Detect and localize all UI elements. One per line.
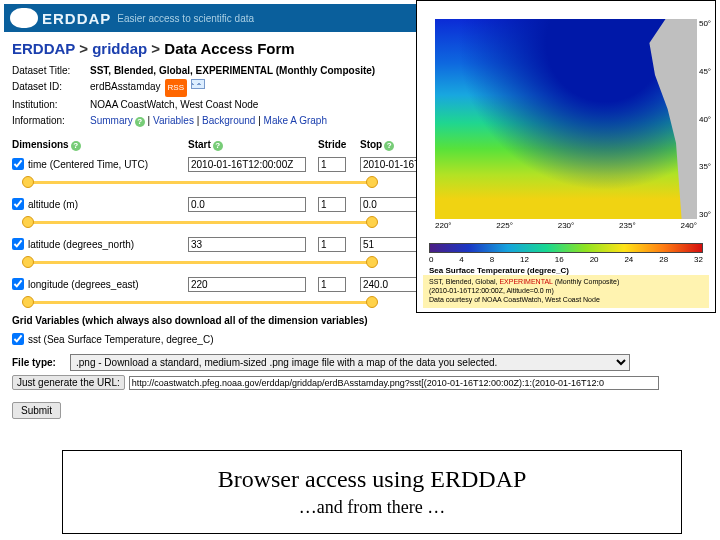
institution: NOAA CoastWatch, West Coast Node: [90, 97, 258, 113]
dim-altitude-slider[interactable]: [24, 217, 376, 227]
dim-longitude-checkbox[interactable]: [12, 278, 24, 290]
link-background[interactable]: Background: [202, 115, 255, 126]
dim-latitude-label: latitude (degrees_north): [28, 239, 134, 250]
sst-map: 50°45°40°35°30° 220°225°230°235°240°: [417, 1, 715, 237]
lat-axis: 50°45°40°35°30°: [697, 19, 713, 219]
col-dimensions: Dimensions: [12, 139, 69, 150]
dim-time-label: time (Centered Time, UTC): [28, 159, 148, 170]
dim-time-slider[interactable]: [24, 177, 376, 187]
gridvars-header: Grid Variables (which always also downlo…: [12, 315, 708, 326]
gridvar-sst-label: sst (Sea Surface Temperature, degree_C): [28, 334, 213, 345]
filetype-select[interactable]: .png - Download a standard, medium-sized…: [70, 354, 630, 371]
filetype-label: File type:: [12, 357, 70, 368]
dim-altitude-checkbox[interactable]: [12, 198, 24, 210]
help-icon[interactable]: ?: [384, 141, 394, 151]
link-variables[interactable]: Variables: [153, 115, 194, 126]
col-stop: Stop: [360, 139, 382, 150]
colorbar-zone: 048121620242832 Sea Surface Temperature …: [417, 237, 715, 312]
dim-longitude-slider[interactable]: [24, 297, 376, 307]
dataset-title: SST, Blended, Global, EXPERIMENTAL (Mont…: [90, 63, 375, 79]
link-make-graph[interactable]: Make A Graph: [264, 115, 327, 126]
dim-altitude-label: altitude (m): [28, 199, 78, 210]
meta-inst-label: Institution:: [12, 97, 90, 113]
caption-line2: …and from there …: [299, 497, 445, 518]
filetype-row: File type: .png - Download a standard, m…: [12, 354, 708, 371]
colorbar: [429, 243, 703, 253]
dim-latitude-slider[interactable]: [24, 257, 376, 267]
meta-info-label: Information:: [12, 113, 90, 129]
dim-time-checkbox[interactable]: [12, 158, 24, 170]
link-summary[interactable]: Summary: [90, 115, 133, 126]
email-icon[interactable]: [191, 79, 205, 89]
rss-badge[interactable]: RSS: [165, 79, 187, 97]
url-output[interactable]: [129, 376, 659, 390]
help-icon[interactable]: ?: [135, 117, 145, 127]
app-tagline: Easier access to scientific data: [117, 13, 254, 24]
colorbar-ticks: 048121620242832: [423, 255, 709, 264]
col-stride: Stride: [318, 139, 346, 150]
map-preview-panel: 50°45°40°35°30° 220°225°230°235°240° 048…: [416, 0, 716, 313]
gridvar-sst-checkbox[interactable]: [12, 333, 24, 345]
colorbar-title: Sea Surface Temperature (degree_C): [423, 264, 709, 275]
breadcrumb-griddap[interactable]: griddap: [92, 40, 147, 57]
dataset-id: erdBAsstamday: [90, 79, 161, 97]
dim-altitude-stride[interactable]: [318, 197, 346, 212]
submit-button[interactable]: Submit: [12, 402, 61, 419]
gridvar-row-sst: sst (Sea Surface Temperature, degree_C): [12, 328, 708, 350]
lon-axis: 220°225°230°235°240°: [435, 221, 697, 235]
dim-latitude-stride[interactable]: [318, 237, 346, 252]
colorbar-meta: SST, Blended, Global, EXPERIMENTAL (Mont…: [423, 275, 709, 308]
dim-longitude-label: longitude (degrees_east): [28, 279, 139, 290]
dim-longitude-stride[interactable]: [318, 277, 346, 292]
url-row: Just generate the URL:: [12, 375, 708, 390]
meta-title-label: Dataset Title:: [12, 63, 90, 79]
meta-id-label: Dataset ID:: [12, 79, 90, 97]
dim-latitude-start[interactable]: [188, 237, 306, 252]
breadcrumb-erddap[interactable]: ERDDAP: [12, 40, 75, 57]
dim-latitude-checkbox[interactable]: [12, 238, 24, 250]
slide-caption: Browser access using ERDDAP …and from th…: [62, 450, 682, 534]
help-icon[interactable]: ?: [71, 141, 81, 151]
dim-time-start[interactable]: [188, 157, 306, 172]
app-title: ERDDAP: [42, 10, 111, 27]
col-start: Start: [188, 139, 211, 150]
caption-line1: Browser access using ERDDAP: [218, 466, 527, 493]
breadcrumb-current: Data Access Form: [164, 40, 294, 57]
generate-url-button[interactable]: Just generate the URL:: [12, 375, 125, 390]
noaa-logo-icon: [10, 8, 38, 28]
dim-time-stride[interactable]: [318, 157, 346, 172]
help-icon[interactable]: ?: [213, 141, 223, 151]
dim-altitude-start[interactable]: [188, 197, 306, 212]
dim-longitude-start[interactable]: [188, 277, 306, 292]
